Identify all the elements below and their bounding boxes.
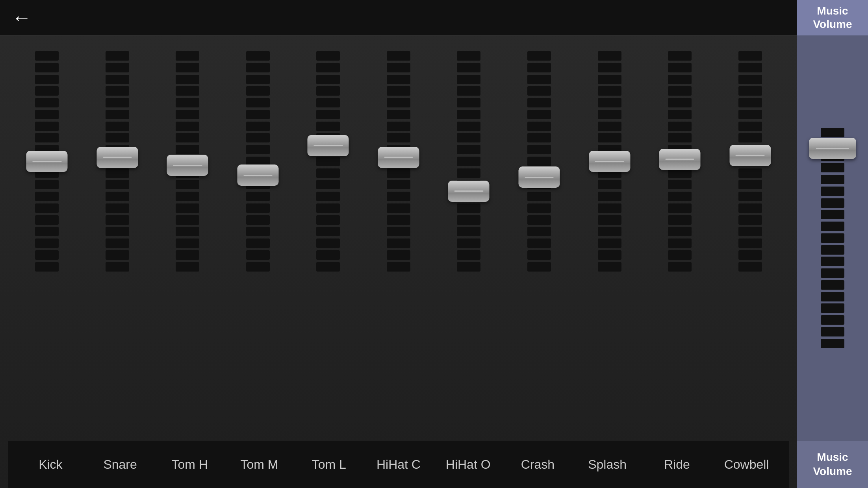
fader-track-crash [527,51,551,272]
faders-container: KickSnareTom HTom MTom LHiHat CHiHat OCr… [0,35,797,488]
fader-track-hihat_o [457,51,480,272]
fader-channel-tom_m [234,51,282,272]
faders-area [8,43,789,441]
fader-handle-tom_h[interactable] [167,155,208,176]
fader-handle-snare[interactable] [96,147,138,168]
fader-channel-tom_l [304,51,352,272]
fader-handle-cowbell[interactable] [729,145,771,166]
channel-label-splash: Splash [584,457,631,472]
fader-track-kick [35,51,59,272]
fader-handle-crash[interactable] [518,166,560,188]
fader-channel-splash [586,51,633,272]
fader-channel-tom_h [164,51,211,272]
fader-track-tom_l [316,51,340,272]
fader-handle-splash[interactable] [589,151,630,172]
fader-track-tom_m [246,51,270,272]
channel-label-snare: Snare [96,457,144,472]
channel-label-ride: Ride [653,457,701,472]
channel-label-hihat_c: HiHat C [375,457,422,472]
labels-row: KickSnareTom HTom MTom LHiHat CHiHat OCr… [8,441,789,488]
right-panel: MusicVolume [797,35,868,488]
channel-label-crash: Crash [514,457,561,472]
fader-channel-crash [516,51,563,272]
fader-track-tom_h [176,51,199,272]
music-volume-top-button[interactable]: MusicVolume [797,0,868,35]
fader-handle-kick[interactable] [26,151,68,172]
fader-track-cowbell [738,51,762,272]
music-volume-handle[interactable] [809,138,856,159]
fader-channel-ride [656,51,703,272]
channel-label-kick: Kick [27,457,74,472]
fader-handle-tom_m[interactable] [237,165,278,186]
fader-handle-tom_l[interactable] [308,135,349,156]
header: ← MusicVolume [0,0,868,35]
channel-label-hihat_o: HiHat O [445,457,492,472]
channel-label-tom_l: Tom L [305,457,352,472]
fader-handle-ride[interactable] [659,149,701,170]
fader-channel-hihat_c [375,51,422,272]
fader-track-snare [106,51,129,272]
fader-channel-hihat_o [445,51,492,272]
fader-channel-cowbell [727,51,774,272]
fader-channel-snare [94,51,141,272]
channel-label-tom_m: Tom M [236,457,283,472]
back-button[interactable]: ← [12,6,32,29]
fader-track-ride [668,51,692,272]
channel-label-cowbell: Cowbell [723,457,770,472]
music-volume-bottom-label[interactable]: MusicVolume [797,441,868,488]
fader-handle-hihat_c[interactable] [378,147,419,168]
fader-channel-kick [23,51,70,272]
main-content: KickSnareTom HTom MTom LHiHat CHiHat OCr… [0,35,868,488]
channel-label-tom_h: Tom H [166,457,213,472]
music-volume-fader-area [797,35,868,441]
music-volume-track [821,128,844,348]
fader-track-hihat_c [387,51,410,272]
fader-track-splash [598,51,621,272]
fader-handle-hihat_o[interactable] [448,181,490,202]
